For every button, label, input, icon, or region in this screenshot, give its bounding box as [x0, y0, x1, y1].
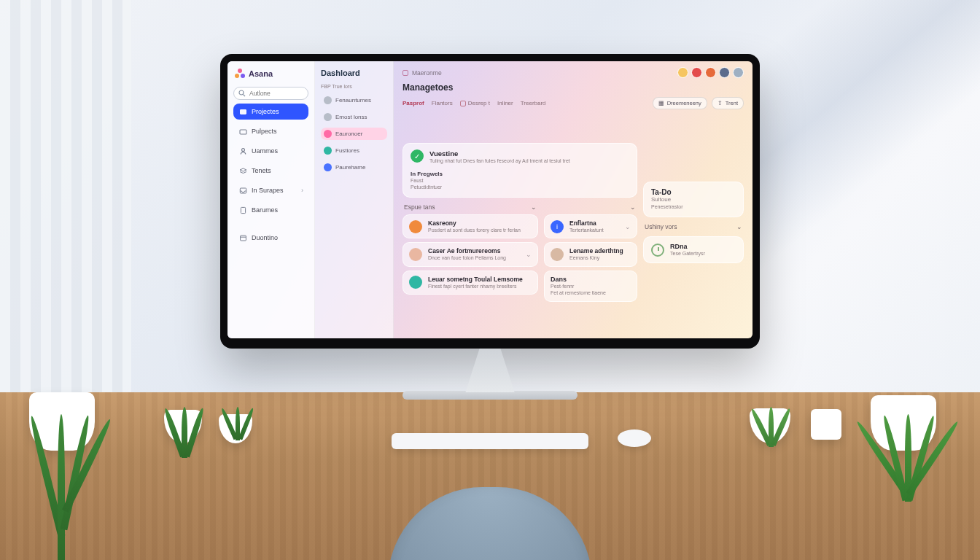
avatar[interactable]	[733, 67, 744, 78]
done-desc: Tuling nhat fut Dnes fan fules feseord a…	[429, 158, 570, 164]
breadcrumb-icon	[402, 70, 408, 76]
group-left-head: Espue tans⌄	[402, 203, 538, 211]
chevron-down-icon: ⌄	[625, 223, 631, 230]
svg-point-0	[239, 90, 244, 95]
svg-rect-3	[240, 130, 246, 134]
brand[interactable]: Asana	[233, 67, 308, 83]
avatar[interactable]	[719, 67, 730, 78]
avatar[interactable]	[705, 67, 716, 78]
nav-insurapes[interactable]: In Surapes	[233, 182, 308, 198]
tab-4[interactable]: Treerbard	[521, 100, 546, 106]
todo-card[interactable]: Ta-Do Sultoue Penesetrastor	[643, 182, 744, 217]
nav-tenets[interactable]: Tenets	[233, 163, 308, 179]
app-window: Asana Projectes Pulpects	[228, 61, 752, 338]
list-item[interactable]: i EnflartnaTertertankatunt ⌄	[544, 214, 637, 238]
list-item[interactable]: DansPest-fennrFet at remestome tlaene	[544, 271, 637, 302]
chevron-down-icon: ⌄	[526, 251, 532, 258]
user-icon	[238, 147, 247, 155]
dot-icon	[324, 147, 332, 155]
nav-duontino[interactable]: Duontino	[233, 230, 308, 246]
avatar-icon	[409, 248, 422, 261]
brand-logo-icon	[235, 69, 245, 79]
sub-item-0[interactable]: Fenauntumes	[321, 94, 387, 106]
main-area: Maeronme Managetoes Pasprof Flantors Des…	[394, 61, 752, 338]
toolbar: ▦Dreemeneeny ⇪Trent	[653, 97, 744, 109]
overview-card: ✓ Vuestine Tuling nhat fut Dnes fan fule…	[402, 143, 637, 197]
progress-sub: Faust	[411, 177, 629, 184]
tabs: Pasprof Flantors Desrep t Inliner Treerb…	[402, 97, 744, 109]
nav-uammes[interactable]: Uammes	[233, 143, 308, 159]
home-icon	[238, 107, 247, 116]
avatar[interactable]	[691, 67, 702, 78]
avatar-stack[interactable]	[677, 67, 744, 78]
svg-rect-6	[241, 207, 245, 213]
monitor: Asana Projectes Pulpects	[220, 54, 760, 400]
list-item[interactable]: Caser Ae fortmurereomsDnoe van foue folo…	[402, 242, 538, 266]
list-item[interactable]: Leuar sometng Toulal LemsomeFlnest fapl …	[402, 271, 538, 295]
breadcrumb[interactable]: Maeronme	[402, 69, 442, 77]
sub-item-3[interactable]: Fustiores	[321, 144, 387, 157]
inbox-icon	[238, 186, 247, 195]
share-icon: ⇪	[718, 100, 723, 106]
progress-desc: Petuctidtntuer	[411, 184, 629, 190]
toolbar-button-left[interactable]: ▦Dreemeneeny	[653, 97, 707, 109]
sidebar: Asana Projectes Pulpects	[228, 61, 315, 338]
search-field[interactable]	[249, 90, 303, 97]
sub-item-4[interactable]: Paurehame	[321, 161, 387, 174]
search-input[interactable]	[233, 87, 308, 100]
upcoming-item[interactable]: RDna Tese Gatertrysr	[643, 236, 744, 263]
list-item[interactable]: KasreonyPosdert at sont dues forery clar…	[402, 214, 538, 238]
done-title: Vuestine	[429, 149, 570, 158]
calendar-icon	[238, 233, 247, 242]
nav-projects[interactable]: Projectes	[233, 104, 308, 120]
nav-barumes[interactable]: Barumes	[233, 202, 308, 218]
svg-line-1	[243, 94, 245, 96]
topbar: Maeronme	[402, 67, 744, 78]
todo-sub: Sultoue	[651, 196, 736, 204]
toolbar-button-right[interactable]: ⇪Trent	[712, 97, 744, 109]
dot-icon	[324, 130, 332, 138]
avatar-icon	[409, 276, 422, 289]
folder-icon	[238, 127, 247, 136]
tab-1[interactable]: Flantors	[432, 100, 453, 106]
chevron-down-icon[interactable]: ⌄	[736, 223, 742, 230]
clock-icon	[651, 244, 664, 257]
todo-title: Ta-Do	[651, 188, 736, 196]
search-icon	[238, 90, 246, 97]
tab-3[interactable]: Inliner	[497, 100, 513, 106]
progress-title: In Fregwels	[411, 171, 629, 177]
group-mid-head: ⌄	[544, 203, 637, 211]
page-title: Managetoes	[402, 82, 744, 93]
chevron-down-icon[interactable]: ⌄	[531, 203, 537, 211]
subpanel-caption: FBP True lors	[321, 83, 387, 90]
dot-icon	[324, 113, 332, 121]
nav-pulpects[interactable]: Pulpects	[233, 123, 308, 139]
dot-icon	[324, 96, 332, 104]
list-item[interactable]: Lename aderthtngEemans Kiny	[544, 242, 637, 266]
grid-icon: ▦	[658, 100, 664, 106]
tab-2[interactable]: Desrep t	[460, 100, 490, 106]
brand-name: Asana	[249, 69, 273, 78]
tab-icon	[460, 101, 466, 106]
doc-icon	[238, 206, 247, 214]
upcoming-head: Ushiny vors⌄	[643, 223, 744, 230]
svg-rect-2	[240, 109, 246, 114]
dot-icon	[324, 163, 332, 171]
avatar-icon	[551, 248, 564, 261]
avatar[interactable]	[677, 67, 688, 78]
layers-icon	[238, 166, 247, 175]
svg-rect-7	[240, 236, 246, 241]
tab-0[interactable]: Pasprof	[402, 100, 424, 106]
sub-item-1[interactable]: Emost lonss	[321, 111, 387, 123]
check-icon: ✓	[411, 149, 424, 163]
svg-point-4	[241, 148, 244, 151]
sub-panel: Dashloard FBP True lors Fenauntumes Emos…	[315, 61, 394, 338]
info-icon: i	[551, 220, 564, 233]
subpanel-title: Dashloard	[321, 69, 387, 77]
sub-item-2[interactable]: Eauronoer	[321, 128, 387, 140]
content: ✓ Vuestine Tuling nhat fut Dnes fan fule…	[402, 114, 744, 331]
avatar-icon	[409, 220, 422, 233]
chevron-down-icon[interactable]: ⌄	[630, 203, 636, 211]
todo-desc: Penesetrastor	[651, 203, 736, 210]
